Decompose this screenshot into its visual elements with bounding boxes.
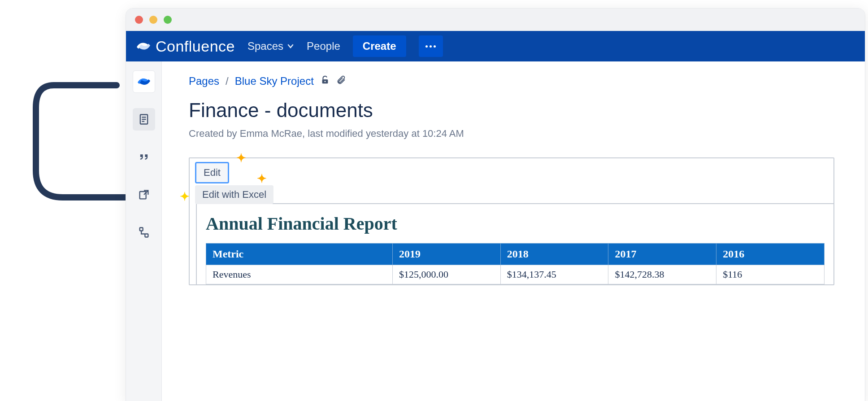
finance-table: Metric 2019 2018 2017 2016 Revenues $125… [206,243,825,284]
breadcrumb-pages[interactable]: Pages [189,75,219,87]
nav-people[interactable]: People [307,40,340,52]
svg-rect-6 [145,234,148,237]
edit-button-label: Edit [204,167,221,178]
window-maximize-icon[interactable] [164,16,172,24]
sidebar-pages[interactable] [133,108,155,131]
svg-point-8 [324,81,326,82]
embedded-file: ✦ ✦ ✦ Edit Edit with Excel Annual Financ… [189,157,834,285]
restrictions-icon[interactable] [320,75,330,87]
sparkle-icon: ✦ [257,172,267,186]
col-2017: 2017 [608,244,716,265]
sidebar [126,61,162,401]
svg-rect-5 [139,228,143,231]
edit-with-excel-button[interactable]: Edit with Excel [195,185,273,204]
edit-with-excel-label: Edit with Excel [202,189,266,200]
app-window: Confluence Spaces People Create [126,8,865,401]
breadcrumbs: Pages / Blue Sky Project [189,75,865,87]
page-meta: Created by Emma McRae, last modified yes… [189,128,865,139]
sidebar-blog[interactable] [133,146,155,168]
table-row: Revenues $125,000.00 $134,137.45 $142,72… [206,265,825,284]
col-2016: 2016 [716,244,825,265]
col-2019: 2019 [392,244,500,265]
sparkle-icon: ✦ [236,151,246,165]
create-button-label: Create [363,40,396,52]
window-close-icon[interactable] [135,16,143,24]
col-2018: 2018 [500,244,608,265]
dot-icon [434,45,436,48]
dot-icon [425,45,428,48]
page-icon [138,113,150,126]
window-minimize-icon[interactable] [149,16,157,24]
report-title: Annual Financial Report [206,213,825,234]
page-title: Finance - documents [189,99,865,122]
topbar: Confluence Spaces People Create [126,31,865,61]
breadcrumb-project[interactable]: Blue Sky Project [235,75,314,87]
brand[interactable]: Confluence [137,38,235,55]
tree-icon [138,226,150,239]
more-button[interactable] [419,35,443,57]
cell-2018: $134,137.45 [500,265,608,284]
cell-metric: Revenues [206,265,393,284]
breadcrumb-separator: / [226,75,229,87]
svg-rect-4 [139,192,146,199]
cell-2019: $125,000.00 [392,265,500,284]
nav-people-label: People [307,40,340,52]
nav-spaces-label: Spaces [247,40,283,52]
chevron-down-icon [287,43,294,50]
window-titlebar [126,9,865,31]
dot-icon [430,45,432,48]
table-header-row: Metric 2019 2018 2017 2016 [206,244,825,265]
sparkle-icon: ✦ [180,190,190,204]
embedded-document: Annual Financial Report Metric 2019 2018… [196,203,833,284]
space-icon[interactable] [133,70,155,93]
create-button[interactable]: Create [353,35,406,57]
cell-2016: $116 [716,265,825,284]
confluence-glyph-icon [138,75,150,88]
edit-button[interactable]: Edit [195,162,229,183]
cell-2017: $142,728.38 [608,265,716,284]
sidebar-shortcuts[interactable] [133,183,155,206]
attachments-icon[interactable] [336,75,346,87]
confluence-logo-icon [137,39,150,53]
col-metric: Metric [206,244,393,265]
quote-icon [138,151,150,163]
brand-label: Confluence [156,38,235,55]
nav-spaces[interactable]: Spaces [247,40,294,52]
sidebar-tree[interactable] [133,221,155,244]
page-content: Pages / Blue Sky Project Finance - doc [162,61,865,401]
external-link-icon [138,188,150,201]
